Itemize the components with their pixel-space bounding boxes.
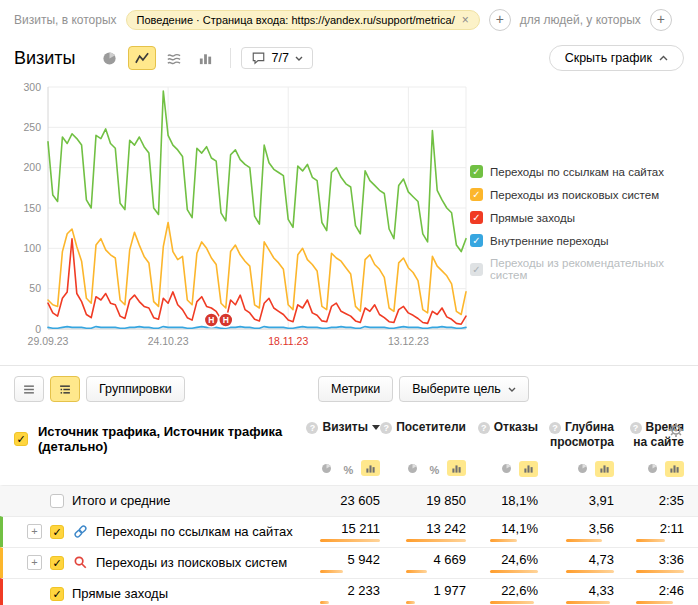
bars-mode-icon[interactable] <box>519 461 538 477</box>
legend-checkbox[interactable] <box>470 263 483 276</box>
column-label[interactable]: Посетители <box>396 420 466 434</box>
chart-section: 05010015020025030029.09.2324.10.2318.11.… <box>0 71 698 359</box>
value-bar <box>320 539 380 542</box>
value-bar <box>566 539 602 542</box>
legend-checkbox[interactable] <box>470 234 483 247</box>
value-bar <box>636 539 665 542</box>
row-checkbox[interactable] <box>50 556 64 570</box>
bars-mode-icon[interactable] <box>361 460 380 476</box>
visits-filter-label: Визиты, в которых <box>14 13 117 27</box>
metric-display-modes <box>0 454 698 485</box>
bars-mode-icon[interactable] <box>595 461 614 477</box>
visits-chart[interactable]: 05010015020025030029.09.2324.10.2318.11.… <box>8 77 470 359</box>
add-visit-condition-button[interactable] <box>489 9 511 31</box>
svg-text:50: 50 <box>29 282 41 294</box>
metrics-button[interactable]: Метрики <box>318 376 393 402</box>
cell-value: 3,56 <box>589 521 614 536</box>
pie-mode-icon[interactable] <box>403 460 422 476</box>
value-bar <box>320 601 329 604</box>
select-goal-dropdown[interactable]: Выберите цель <box>399 376 529 402</box>
chevron-up-icon <box>659 55 668 61</box>
expand-button[interactable] <box>27 555 42 570</box>
help-icon[interactable] <box>630 422 642 434</box>
bars-mode-icon[interactable] <box>665 461 684 477</box>
column-header-visits[interactable]: Визиты <box>294 420 380 435</box>
svg-text:100: 100 <box>23 242 41 254</box>
groupings-button[interactable]: Группировки <box>86 376 185 402</box>
hide-chart-label: Скрыть график <box>565 51 652 65</box>
hide-chart-button[interactable]: Скрыть график <box>549 45 684 71</box>
pie-mode-icon[interactable] <box>573 461 592 477</box>
cell-value: 19 850 <box>426 493 466 508</box>
row-label: Итого и средние <box>72 493 170 508</box>
help-icon[interactable] <box>380 422 392 434</box>
svg-text:200: 200 <box>23 161 41 173</box>
percent-mode-icon[interactable] <box>425 462 444 478</box>
help-icon[interactable] <box>549 422 561 434</box>
legend-checkbox[interactable] <box>470 211 483 224</box>
comments-button[interactable]: 7/7 <box>241 47 313 69</box>
expand-button[interactable] <box>27 524 42 539</box>
legend-item[interactable]: Переходы из рекомендательных систем <box>470 257 686 281</box>
settings-button[interactable] <box>668 422 684 441</box>
svg-text:250: 250 <box>23 121 41 133</box>
pie-mode-icon[interactable] <box>643 461 662 477</box>
row-checkbox[interactable] <box>50 525 64 539</box>
flat-list-view-button[interactable] <box>14 376 44 402</box>
stacked-chart-button[interactable] <box>160 46 188 70</box>
pie-chart-button[interactable] <box>96 46 124 70</box>
table-row: Переходы из поисковых систем 5 942 4 669… <box>0 547 698 578</box>
column-header-visitors[interactable]: Посетители <box>380 420 466 435</box>
value-bar <box>566 570 614 573</box>
close-icon[interactable] <box>462 14 469 26</box>
row-label[interactable]: Переходы из поисковых систем <box>96 555 287 570</box>
column-label[interactable]: Визиты <box>322 420 368 434</box>
segment-chip[interactable]: Поведение · Страница входа: https://yand… <box>126 10 480 30</box>
legend-checkbox[interactable] <box>470 165 483 178</box>
row-checkbox[interactable] <box>50 494 64 508</box>
people-filter-label: для людей, у которых <box>520 13 641 27</box>
pie-mode-icon[interactable] <box>317 460 336 476</box>
cell-value: 23 605 <box>340 493 380 508</box>
column-header-depth[interactable]: Глубина просмотра <box>538 420 614 450</box>
table-header: Источник трафика, Источник трафика (дета… <box>0 412 698 454</box>
comment-icon <box>251 51 266 65</box>
row-label[interactable]: Прямые заходы <box>72 586 168 601</box>
row-checkbox[interactable] <box>50 587 64 601</box>
column-label[interactable]: Отказы <box>494 420 538 434</box>
help-icon[interactable] <box>478 422 490 434</box>
select-all-checkbox[interactable] <box>14 432 28 446</box>
legend-item[interactable]: Прямые заходы <box>470 211 686 224</box>
svg-text:150: 150 <box>23 202 41 214</box>
value-bar <box>406 601 415 604</box>
tree-view-button[interactable] <box>50 376 80 402</box>
legend-item[interactable]: Переходы из поисковых систем <box>470 188 686 201</box>
bars-mode-icon[interactable] <box>447 460 466 476</box>
column-chart-button[interactable] <box>192 46 220 70</box>
cell-value: 3:36 <box>659 552 684 567</box>
chart-type-switcher <box>96 46 220 70</box>
pie-mode-icon[interactable] <box>497 461 516 477</box>
line-chart-icon <box>134 51 150 66</box>
value-bar <box>490 601 534 604</box>
svg-text:Н: Н <box>208 315 214 325</box>
line-chart-button[interactable] <box>128 46 156 70</box>
dimension-column-header: Источник трафика, Источник трафика (дета… <box>14 420 294 454</box>
column-header-bounces[interactable]: Отказы <box>466 420 538 435</box>
value-bar <box>490 539 517 542</box>
legend-checkbox[interactable] <box>470 188 483 201</box>
value-bar <box>636 601 673 604</box>
add-people-condition-button[interactable] <box>650 9 672 31</box>
legend-item[interactable]: Переходы по ссылкам на сайтах <box>470 165 686 178</box>
table-row: Переходы по ссылкам на сайтах 15 211 13 … <box>0 516 698 547</box>
separator <box>230 48 231 68</box>
cell-value: 4,33 <box>589 583 614 598</box>
legend-item[interactable]: Внутренние переходы <box>470 234 686 247</box>
row-label[interactable]: Переходы по ссылкам на сайтах <box>96 524 293 539</box>
segment-chip-label: Поведение · Страница входа: https://yand… <box>137 14 455 26</box>
visits-display-modes <box>294 460 380 478</box>
cell-value: 4,73 <box>589 552 614 567</box>
help-icon[interactable] <box>306 422 318 434</box>
chevron-down-icon <box>295 56 303 61</box>
percent-mode-icon[interactable] <box>339 462 358 478</box>
